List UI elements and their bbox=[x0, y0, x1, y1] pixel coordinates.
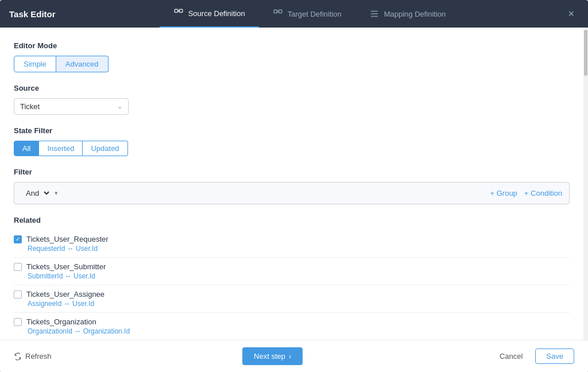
tab-target-label: Target Definition bbox=[288, 10, 342, 18]
related-item-name: Tickets_User_Requester bbox=[26, 235, 109, 243]
add-group-button[interactable]: + Group bbox=[490, 189, 517, 197]
modal-header: Task Editor Source Definition Target Def bbox=[0, 0, 588, 28]
tab-mapping-label: Mapping Definition bbox=[384, 10, 446, 18]
footer-left: Refresh bbox=[14, 352, 52, 361]
tab-source-definition[interactable]: Source Definition bbox=[160, 0, 259, 28]
related-item-header: Tickets_Organization bbox=[14, 317, 570, 326]
related-item-relation: RequesterId ↔ User.Id bbox=[28, 245, 570, 253]
list-item: Tickets_User_Assignee AssigneeId ↔ User.… bbox=[14, 285, 570, 313]
state-filter-tabs: All Inserted Updated bbox=[14, 141, 570, 156]
related-checkbox-tickets-user-submitter[interactable] bbox=[14, 263, 22, 271]
simple-mode-button[interactable]: Simple bbox=[14, 56, 56, 72]
refresh-button[interactable]: Refresh bbox=[14, 352, 52, 361]
arrow-right-icon: › bbox=[289, 352, 291, 361]
editor-mode-label: Editor Mode bbox=[14, 41, 570, 50]
state-filter-all[interactable]: All bbox=[14, 141, 39, 156]
related-checkbox-tickets-organization[interactable] bbox=[14, 318, 22, 326]
related-item-name: Tickets_User_Submitter bbox=[26, 262, 106, 271]
filter-row: And Or ▾ + Group + Condition bbox=[14, 182, 570, 204]
mode-buttons: Simple Advanced bbox=[14, 56, 570, 72]
chevron-down-icon: ⌄ bbox=[117, 103, 122, 110]
filter-operator-select[interactable]: And Or bbox=[21, 187, 51, 199]
related-item-name: Tickets_Organization bbox=[26, 317, 96, 326]
scrollbar[interactable] bbox=[583, 28, 588, 340]
cancel-button[interactable]: Cancel bbox=[494, 348, 528, 364]
filter-label: Filter bbox=[14, 168, 570, 176]
source-label: Source bbox=[14, 84, 570, 92]
close-button[interactable]: × bbox=[563, 6, 579, 21]
related-list: Tickets_User_Requester RequesterId ↔ Use… bbox=[14, 230, 570, 340]
save-button[interactable]: Save bbox=[535, 348, 574, 364]
state-filter-inserted[interactable]: Inserted bbox=[39, 141, 83, 156]
source-value: Ticket bbox=[20, 102, 40, 111]
state-filter-label: State Filter bbox=[14, 126, 570, 135]
source-icon bbox=[173, 8, 184, 18]
svg-rect-3 bbox=[278, 10, 281, 13]
related-item-relation: AssigneeId ↔ User.Id bbox=[28, 300, 570, 308]
filter-left: And Or ▾ bbox=[21, 187, 58, 199]
tab-target-definition[interactable]: Target Definition bbox=[259, 0, 355, 28]
source-dropdown[interactable]: Ticket ⌄ bbox=[14, 98, 129, 115]
list-item: Tickets_User_Submitter SubmitterId ↔ Use… bbox=[14, 258, 570, 285]
related-item-name: Tickets_User_Assignee bbox=[26, 290, 105, 299]
tab-mapping-definition[interactable]: Mapping Definition bbox=[355, 0, 460, 28]
advanced-mode-button[interactable]: Advanced bbox=[56, 56, 109, 72]
modal-footer: Refresh Next step › Cancel Save bbox=[0, 340, 588, 372]
source-section: Source Ticket ⌄ bbox=[14, 84, 570, 115]
modal-body: Editor Mode Simple Advanced Source Ticke… bbox=[0, 28, 588, 340]
related-item-relation: OrganizationId ↔ Organization.Id bbox=[28, 327, 570, 335]
footer-right: Cancel Save bbox=[494, 348, 574, 364]
main-content: Editor Mode Simple Advanced Source Ticke… bbox=[0, 28, 583, 340]
next-step-label: Next step bbox=[254, 352, 285, 361]
mapping-icon bbox=[369, 9, 380, 19]
modal-title: Task Editor bbox=[9, 9, 56, 19]
related-checkbox-tickets-user-assignee[interactable] bbox=[14, 290, 22, 299]
editor-mode-section: Editor Mode Simple Advanced bbox=[14, 41, 570, 72]
related-item-relation: SubmitterId ↔ User.Id bbox=[28, 272, 570, 280]
tab-source-label: Source Definition bbox=[188, 9, 245, 18]
filter-right: + Group + Condition bbox=[490, 189, 562, 197]
scroll-thumb bbox=[584, 30, 587, 76]
filter-section: Filter And Or ▾ + Group + Condition bbox=[14, 168, 570, 204]
list-item: Tickets_Organization OrganizationId ↔ Or… bbox=[14, 313, 570, 340]
list-item: Tickets_User_Requester RequesterId ↔ Use… bbox=[14, 230, 570, 258]
refresh-label: Refresh bbox=[25, 352, 52, 361]
related-item-header: Tickets_User_Requester bbox=[14, 235, 570, 243]
next-step-button[interactable]: Next step › bbox=[242, 347, 303, 365]
related-item-header: Tickets_User_Assignee bbox=[14, 290, 570, 299]
target-icon bbox=[273, 9, 283, 19]
chevron-small-icon: ▾ bbox=[55, 189, 58, 197]
add-condition-button[interactable]: + Condition bbox=[524, 189, 562, 197]
refresh-icon bbox=[14, 352, 22, 361]
svg-rect-0 bbox=[175, 9, 177, 12]
related-checkbox-tickets-user-requester[interactable] bbox=[14, 235, 22, 243]
related-item-header: Tickets_User_Submitter bbox=[14, 262, 570, 271]
state-filter-updated[interactable]: Updated bbox=[83, 141, 127, 156]
svg-rect-1 bbox=[179, 9, 182, 12]
related-section: Related Tickets_User_Requester Requester… bbox=[14, 216, 570, 340]
related-label: Related bbox=[14, 216, 570, 224]
state-filter-section: State Filter All Inserted Updated bbox=[14, 126, 570, 156]
svg-rect-2 bbox=[274, 10, 277, 13]
header-tabs: Source Definition Target Definition Mapp… bbox=[56, 0, 564, 28]
